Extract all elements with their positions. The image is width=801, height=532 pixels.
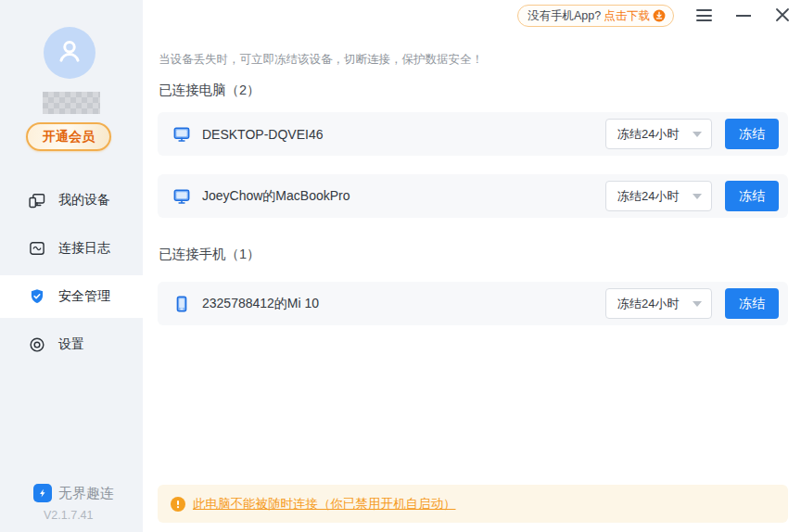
- freeze-duration-select[interactable]: 冻结24小时: [605, 181, 712, 211]
- device-name: 2325788412的Mi 10: [202, 296, 319, 312]
- section-title-phones: 已连接手机（1）: [159, 246, 261, 263]
- warning-bar: 此电脑不能被随时连接（你已禁用开机自启动）: [158, 485, 788, 523]
- device-name: DESKTOP-DQVEI46: [202, 127, 323, 142]
- sidebar-item-connection-log[interactable]: 连接日志: [0, 227, 143, 270]
- download-prompt-text: 没有手机App?: [528, 8, 601, 24]
- freeze-duration-value: 冻结24小时: [617, 188, 679, 205]
- security-intro-text: 当设备丢失时，可立即冻结该设备，切断连接，保护数据安全！: [159, 52, 483, 68]
- freeze-button[interactable]: 冻结: [725, 181, 779, 211]
- monitor-icon: [172, 125, 191, 144]
- version-label: V2.1.7.41: [44, 509, 94, 522]
- username-blurred: [43, 92, 100, 114]
- sidebar-item-label: 设置: [58, 336, 84, 353]
- phone-icon: [172, 295, 191, 313]
- vip-upgrade-button[interactable]: 开通会员: [26, 122, 111, 151]
- sidebar-item-my-devices[interactable]: 我的设备: [0, 179, 143, 222]
- close-icon[interactable]: [773, 6, 792, 23]
- app-window: 开通会员 我的设备 连接: [0, 0, 801, 532]
- menu-icon[interactable]: [693, 9, 714, 21]
- sidebar-item-label: 连接日志: [58, 240, 110, 257]
- freeze-duration-value: 冻结24小时: [617, 296, 679, 312]
- lightning-icon: [33, 484, 52, 502]
- device-row-desktop: DESKTOP-DQVEI46 冻结24小时 冻结: [158, 112, 788, 156]
- freeze-duration-value: 冻结24小时: [617, 126, 679, 143]
- devices-icon: [28, 191, 46, 209]
- chevron-down-icon: [693, 132, 702, 137]
- freeze-duration-select[interactable]: 冻结24小时: [605, 288, 712, 319]
- download-action-text: 点击下载: [604, 8, 650, 24]
- monitor-icon: [172, 187, 191, 206]
- freeze-button[interactable]: 冻结: [725, 288, 779, 319]
- sidebar: 开通会员 我的设备 连接: [0, 0, 143, 532]
- log-icon: [28, 239, 46, 258]
- chevron-down-icon: [693, 194, 702, 199]
- sidebar-item-security[interactable]: 安全管理: [0, 275, 143, 318]
- brand-name: 无界趣连: [58, 485, 114, 502]
- section-title-computers: 已连接电脑（2）: [159, 82, 261, 99]
- person-icon: [54, 35, 85, 70]
- warning-icon: [171, 497, 185, 512]
- download-app-button[interactable]: 没有手机App? 点击下载: [517, 5, 674, 27]
- minimize-icon[interactable]: [735, 14, 752, 17]
- device-name: JoeyChow的MacBookPro: [202, 188, 350, 205]
- sidebar-item-settings[interactable]: 设置: [0, 323, 143, 366]
- sidebar-item-label: 我的设备: [58, 192, 110, 209]
- avatar[interactable]: [44, 27, 95, 79]
- brand: 无界趣连: [33, 484, 114, 502]
- shield-check-icon: [28, 287, 46, 306]
- sidebar-item-label: 安全管理: [58, 288, 110, 305]
- device-row-macbook: JoeyChow的MacBookPro 冻结24小时 冻结: [158, 174, 788, 218]
- autostart-warning-link[interactable]: 此电脑不能被随时连接（你已禁用开机自启动）: [193, 496, 456, 513]
- sidebar-menu: 我的设备 连接日志 安全管理: [0, 179, 143, 372]
- download-icon: [653, 9, 666, 22]
- chevron-down-icon: [693, 301, 702, 307]
- freeze-button[interactable]: 冻结: [725, 119, 779, 149]
- settings-icon: [28, 336, 46, 354]
- device-row-phone: 2325788412的Mi 10 冻结24小时 冻结: [158, 282, 788, 325]
- freeze-duration-select[interactable]: 冻结24小时: [605, 119, 712, 149]
